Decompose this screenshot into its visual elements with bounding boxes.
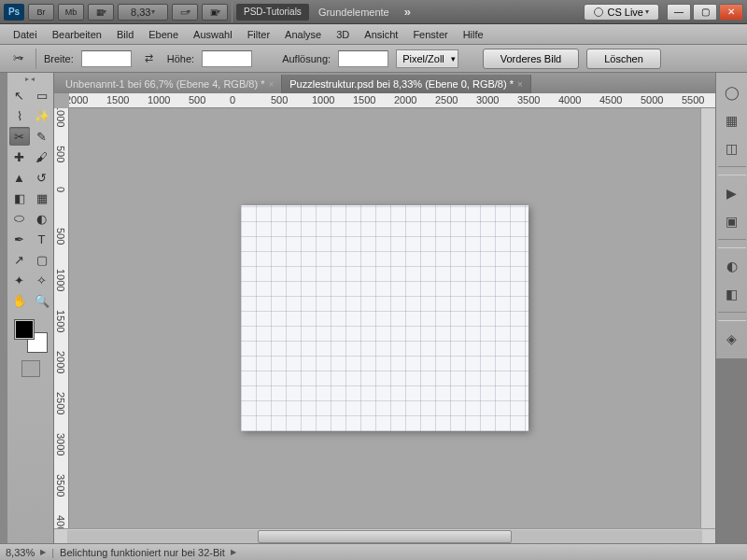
dock-separator	[718, 239, 746, 248]
document-tab-active[interactable]: Puzzlestruktur.psd bei 8,33% (Ebene 0, R…	[282, 75, 531, 93]
menubar: Datei Bearbeiten Bild Ebene Auswahl Filt…	[0, 24, 747, 45]
zoom-tool[interactable]: 🔍	[32, 291, 52, 310]
canvas-viewport[interactable]	[69, 108, 700, 528]
toolbox-handle[interactable]: ▸◂	[9, 75, 52, 82]
ruler-horizontal[interactable]: 2000150010005000500100015002000250030003…	[69, 93, 715, 108]
workspace-selected[interactable]: PSD-Tutorials	[236, 4, 309, 21]
tab-label: Puzzlestruktur.psd bei 8,33% (Ebene 0, R…	[289, 78, 514, 90]
lasso-tool[interactable]: ⌇	[9, 106, 30, 125]
screen-mode-dropdown[interactable]: ▣▾	[202, 4, 228, 21]
minibridge-button[interactable]: Mb	[58, 4, 84, 21]
styles-panel-icon[interactable]: ◫	[721, 137, 743, 160]
hand-tool[interactable]: ✋	[9, 291, 30, 310]
status-hint: Belichtung funktioniert nur bei 32-Bit	[60, 547, 225, 558]
brush-tool[interactable]: 🖌	[32, 147, 52, 166]
options-bar: ✂▾ Breite: ⇄ Höhe: Auflösung: Pixel/Zoll…	[0, 45, 747, 73]
history-panel-icon[interactable]: ▶	[721, 182, 743, 204]
workspace-more-icon[interactable]: »	[399, 5, 416, 19]
menu-ebene[interactable]: Ebene	[141, 27, 186, 42]
menu-hilfe[interactable]: Hilfe	[456, 27, 491, 42]
stamp-tool[interactable]: ▲	[9, 168, 30, 187]
foreground-color-swatch[interactable]	[14, 319, 35, 340]
dock-separator	[718, 166, 746, 175]
document-tabs: Unbenannt-1 bei 66,7% (Ebene 4, RGB/8) *…	[54, 73, 715, 93]
3d-camera-tool[interactable]: ✧	[32, 271, 52, 289]
menu-filter[interactable]: Filter	[240, 27, 277, 42]
window-maximize-button[interactable]: ▢	[693, 4, 717, 21]
width-input[interactable]	[81, 50, 132, 67]
dodge-tool[interactable]: ◐	[32, 209, 52, 228]
menu-bearbeiten[interactable]: Bearbeiten	[45, 27, 109, 42]
document-canvas[interactable]	[241, 205, 529, 431]
bridge-button[interactable]: Br	[28, 4, 54, 21]
resolution-input[interactable]	[338, 50, 388, 67]
color-swatches[interactable]	[14, 319, 48, 353]
view-extras-dropdown[interactable]: ▦▾	[88, 4, 114, 21]
height-input[interactable]	[202, 50, 252, 67]
gradient-tool[interactable]: ▦	[32, 189, 52, 207]
swap-dimensions-icon[interactable]: ⇄	[139, 49, 160, 69]
scrollbar-horizontal[interactable]	[54, 528, 715, 543]
path-select-tool[interactable]: ↗	[9, 250, 30, 269]
menu-fenster[interactable]: Fenster	[405, 27, 455, 42]
dock-separator	[718, 312, 746, 321]
status-hint-menu-icon[interactable]: ▶	[231, 548, 236, 556]
type-tool[interactable]: T	[32, 230, 52, 248]
quick-select-tool[interactable]: ✨	[32, 106, 52, 125]
color-panel-icon[interactable]: ◯	[721, 81, 743, 104]
history-brush-tool[interactable]: ↺	[32, 168, 52, 187]
separator	[232, 2, 233, 22]
crop-tool-icon[interactable]: ✂▾	[7, 49, 28, 69]
document-area: Unbenannt-1 bei 66,7% (Ebene 4, RGB/8) *…	[54, 73, 715, 543]
swatches-panel-icon[interactable]: ▦	[721, 109, 743, 132]
menu-analyse[interactable]: Analyse	[277, 27, 329, 42]
titlebar: Ps Br Mb ▦▾ 8,33 ▾ ▭▾ ▣▾ PSD-Tutorials G…	[0, 0, 747, 24]
masks-panel-icon[interactable]: ◧	[721, 283, 743, 305]
document-tab-inactive[interactable]: Unbenannt-1 bei 66,7% (Ebene 4, RGB/8) *…	[58, 75, 282, 93]
adjustments-panel-icon[interactable]: ◐	[721, 255, 743, 277]
statusbar: 8,33% ▶ | Belichtung funktioniert nur be…	[0, 543, 747, 560]
tab-close-icon[interactable]: ×	[268, 79, 274, 90]
front-image-button[interactable]: Vorderes Bild	[483, 49, 579, 69]
width-label: Breite:	[44, 53, 74, 64]
blur-tool[interactable]: ⬭	[9, 209, 30, 228]
menu-bild[interactable]: Bild	[109, 27, 141, 42]
status-zoom-menu-icon[interactable]: ▶	[40, 548, 46, 556]
shape-tool[interactable]: ▢	[32, 250, 52, 269]
eyedropper-tool[interactable]: ✎	[32, 127, 52, 146]
scrollbar-vertical[interactable]	[700, 108, 715, 528]
arrange-documents-dropdown[interactable]: ▭▾	[172, 4, 198, 21]
marquee-tool[interactable]: ▭	[32, 86, 52, 105]
right-panel-dock: ◯ ▦ ◫ ▶ ▣ ◐ ◧ ◈	[715, 73, 747, 543]
menu-auswahl[interactable]: Auswahl	[186, 27, 240, 42]
menu-3d[interactable]: 3D	[329, 27, 357, 42]
quick-mask-toggle[interactable]	[21, 360, 40, 377]
crop-tool[interactable]: ✂	[9, 127, 30, 146]
cslive-button[interactable]: CS Live ▾	[584, 4, 659, 21]
resolution-label: Auflösung:	[282, 53, 331, 64]
layers-panel-icon[interactable]: ◈	[721, 328, 743, 350]
ruler-vertical[interactable]: 100050005001000150020002500300035004000	[54, 108, 69, 528]
status-zoom[interactable]: 8,33%	[6, 547, 35, 558]
clear-button[interactable]: Löschen	[586, 49, 661, 69]
menu-ansicht[interactable]: Ansicht	[357, 27, 405, 42]
eraser-tool[interactable]: ◧	[9, 189, 30, 207]
pen-tool[interactable]: ✒	[9, 230, 30, 248]
resolution-unit-select[interactable]: Pixel/Zoll	[396, 49, 458, 68]
app-logo-icon[interactable]: Ps	[4, 4, 24, 21]
menu-datei[interactable]: Datei	[6, 27, 45, 42]
workspace-option[interactable]: Grundelemente	[313, 7, 395, 18]
move-tool[interactable]: ↖	[9, 86, 30, 105]
tab-label: Unbenannt-1 bei 66,7% (Ebene 4, RGB/8) *	[65, 78, 264, 90]
window-close-button[interactable]: ✕	[719, 4, 743, 21]
puzzle-texture	[241, 205, 529, 431]
window-minimize-button[interactable]: —	[667, 4, 691, 21]
dock-empty	[716, 358, 747, 543]
tab-close-icon[interactable]: ×	[517, 79, 523, 90]
actions-panel-icon[interactable]: ▣	[721, 210, 743, 232]
healing-tool[interactable]: ✚	[9, 147, 30, 166]
scrollbar-thumb[interactable]	[258, 530, 512, 543]
separator	[35, 49, 36, 69]
3d-tool[interactable]: ✦	[9, 271, 30, 289]
zoom-level-dropdown[interactable]: 8,33 ▾	[118, 4, 168, 21]
